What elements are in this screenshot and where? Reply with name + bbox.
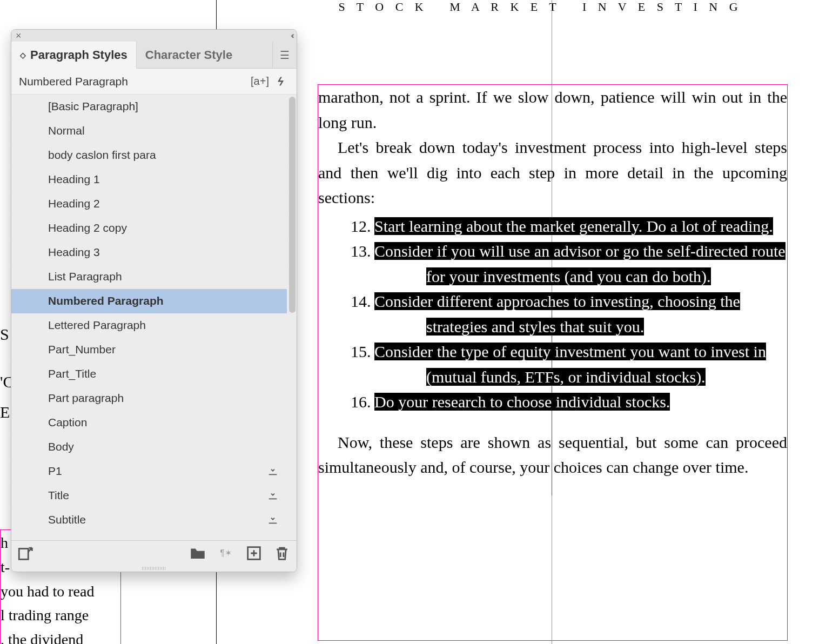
body-paragraph[interactable]: Let's break down today's investment proc… xyxy=(318,135,787,211)
collapse-icon[interactable]: ‹‹ xyxy=(291,31,292,41)
panel-menu-icon[interactable]: ☰ xyxy=(273,42,297,68)
numbered-item[interactable]: 14.Consider different approaches to inve… xyxy=(318,289,787,339)
running-header: S T O C K M A R K E T I N V E S T I N G xyxy=(324,0,756,14)
svg-rect-0 xyxy=(19,548,28,559)
current-style-name: Numbered Paragraph xyxy=(19,75,250,88)
style-row[interactable]: [Basic Paragraph] xyxy=(11,95,287,119)
clear-overrides-icon[interactable]: [a+] xyxy=(250,75,270,88)
style-name: Caption xyxy=(48,416,280,429)
numbered-item[interactable]: 16.Do your research to choose individual… xyxy=(318,390,787,415)
style-name: Numbered Paragraph xyxy=(48,294,280,307)
style-row[interactable]: Heading 3 xyxy=(11,240,287,265)
style-row[interactable]: Numbered Paragraph xyxy=(11,289,287,313)
style-name: Part_Number xyxy=(48,343,280,356)
style-row[interactable]: Heading 1 xyxy=(11,167,287,192)
text-frame[interactable]: marathon, not a sprint. If we slow down,… xyxy=(318,84,788,641)
paragraph-styles-panel: × ‹‹ ◇ Paragraph Styles Character Style … xyxy=(11,29,297,572)
updown-icon: ◇ xyxy=(20,53,26,57)
style-name: Normal xyxy=(48,124,280,137)
style-name: [Basic Paragraph] xyxy=(48,100,280,113)
style-row[interactable]: Part_Number xyxy=(11,338,287,362)
scrollbar-thumb[interactable] xyxy=(289,97,296,313)
current-style-readout: Numbered Paragraph [a+] ϟ xyxy=(11,69,297,95)
close-icon[interactable]: × xyxy=(16,30,22,42)
resize-grip[interactable] xyxy=(11,565,297,572)
style-name: Heading 1 xyxy=(48,173,280,186)
body-paragraph[interactable]: Now, these steps are shown as sequential… xyxy=(318,430,787,480)
style-row[interactable]: List Paragraph xyxy=(11,265,287,289)
style-row[interactable]: Part paragraph xyxy=(11,386,287,411)
style-row[interactable]: Caption xyxy=(11,411,287,435)
style-name: P1 xyxy=(48,465,265,478)
item-text[interactable]: Do your research to choose individual st… xyxy=(426,390,787,415)
quick-apply-icon[interactable]: ϟ xyxy=(270,75,289,88)
download-icon[interactable] xyxy=(265,489,280,501)
tab-paragraph-styles[interactable]: ◇ Paragraph Styles xyxy=(11,42,137,69)
style-list: [Basic Paragraph]Normalbody caslon first… xyxy=(11,95,297,540)
panel-footer: ¶✶ xyxy=(11,540,297,565)
style-row[interactable]: Body xyxy=(11,435,287,459)
style-row[interactable]: Heading 2 xyxy=(11,192,287,216)
style-name: Part_Title xyxy=(48,367,280,380)
style-row[interactable]: body caslon first para xyxy=(11,143,287,167)
numbered-item[interactable]: 12.Start learning about the market gener… xyxy=(318,214,787,239)
style-name: Heading 2 copy xyxy=(48,222,280,234)
numbered-item[interactable]: 13.Consider if you will use an advisor o… xyxy=(318,239,787,289)
style-name: Heading 2 xyxy=(48,197,280,210)
download-icon[interactable] xyxy=(265,465,280,477)
clear-overrides-footer-icon[interactable]: ¶✶ xyxy=(217,545,235,561)
item-text[interactable]: Start learning about the market generall… xyxy=(426,214,787,239)
item-text[interactable]: Consider different approaches to investi… xyxy=(426,289,787,339)
style-name: Body xyxy=(48,440,280,453)
item-text[interactable]: Consider the type of equity investment y… xyxy=(426,339,787,390)
style-name: Heading 3 xyxy=(48,246,280,259)
style-row[interactable]: P1 xyxy=(11,459,287,484)
tab-label: Character Style xyxy=(145,48,232,62)
style-row[interactable]: Subtitle xyxy=(11,508,287,532)
trash-icon[interactable] xyxy=(273,545,291,561)
style-name: Subtitle xyxy=(48,513,265,526)
panel-titlebar[interactable]: × ‹‹ xyxy=(11,30,297,42)
download-icon[interactable] xyxy=(265,514,280,526)
style-name: Title xyxy=(48,489,265,502)
style-row[interactable]: Lettered Paragraph xyxy=(11,313,287,338)
style-row[interactable]: Normal xyxy=(11,119,287,143)
body-paragraph[interactable]: marathon, not a sprint. If we slow down,… xyxy=(318,85,787,135)
item-text[interactable]: Consider if you will use an advisor or g… xyxy=(426,239,787,289)
tab-character-styles[interactable]: Character Style xyxy=(137,42,273,68)
numbered-list[interactable]: 12.Start learning about the market gener… xyxy=(318,214,787,415)
style-row[interactable]: Title xyxy=(11,484,287,508)
map-styles-icon[interactable] xyxy=(17,545,35,561)
numbered-item[interactable]: 15.Consider the type of equity investmen… xyxy=(318,339,787,390)
style-name: List Paragraph xyxy=(48,270,280,283)
style-name: Part paragraph xyxy=(48,392,280,405)
folder-icon[interactable] xyxy=(189,545,207,561)
style-name: Lettered Paragraph xyxy=(48,319,280,332)
tab-label: Paragraph Styles xyxy=(30,48,127,62)
style-row[interactable]: Part_Title xyxy=(11,362,287,386)
new-style-icon[interactable] xyxy=(245,545,263,561)
style-row[interactable]: Heading 2 copy xyxy=(11,216,287,240)
style-name: body caslon first para xyxy=(48,149,280,162)
